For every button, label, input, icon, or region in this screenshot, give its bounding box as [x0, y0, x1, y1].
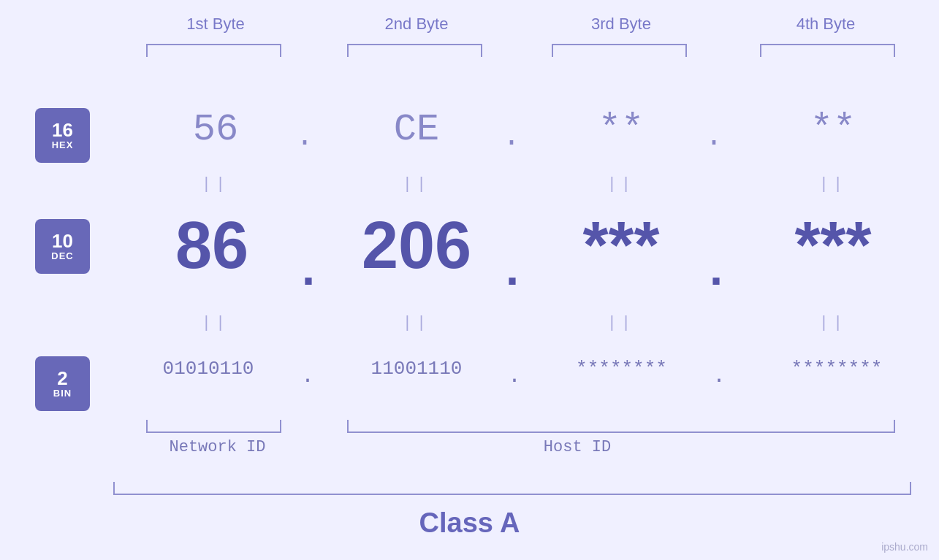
main-layout: 1st Byte 2nd Byte 3rd Byte 4th Byte 16 H… [0, 0, 939, 560]
dec-dot2: . [506, 241, 519, 296]
bin-dot1: . [301, 364, 314, 388]
hex-badge-name: HEX [52, 139, 74, 150]
bin-dot2: . [508, 364, 521, 388]
sep1-byte3: || [548, 175, 694, 193]
outer-bracket [113, 482, 911, 495]
dec-badge: 10 DEC [35, 219, 90, 274]
top-bracket-byte4 [760, 44, 895, 57]
sep1-byte2: || [343, 175, 490, 193]
top-bracket-byte3 [552, 44, 687, 57]
sep2-byte1: || [142, 314, 289, 332]
bin-byte4: ******** [749, 358, 924, 380]
host-id-label: Host ID [497, 438, 658, 456]
sep2-byte3: || [548, 314, 694, 332]
hex-byte2: CE [343, 108, 490, 151]
bin-badge-name: BIN [53, 388, 72, 399]
bin-badge-number: 2 [57, 369, 67, 388]
dec-dot3: . [710, 241, 723, 296]
sep2-byte4: || [760, 314, 906, 332]
top-bracket-byte2 [347, 44, 482, 57]
byte1-label: 1st Byte [142, 15, 289, 34]
bin-byte3: ******** [539, 358, 704, 380]
hex-dot2: . [503, 120, 520, 153]
dec-byte3: *** [541, 208, 702, 283]
dec-badge-number: 10 [52, 231, 73, 250]
hex-badge-number: 16 [52, 120, 73, 139]
network-id-label: Network ID [153, 438, 281, 456]
byte2-label: 2nd Byte [343, 15, 490, 34]
bottom-bracket-network [146, 420, 281, 433]
dec-byte2: 206 [332, 208, 501, 283]
hex-badge: 16 HEX [35, 108, 90, 163]
bin-badge: 2 BIN [35, 356, 90, 411]
hex-dot1: . [296, 120, 313, 153]
bin-byte2: 11001110 [329, 358, 504, 380]
dec-byte1: 86 [128, 208, 296, 283]
dec-badge-name: DEC [51, 250, 73, 261]
byte4-label: 4th Byte [753, 15, 899, 34]
sep2-byte2: || [343, 314, 490, 332]
bottom-bracket-host [347, 420, 895, 433]
watermark: ipshu.com [881, 541, 928, 553]
dec-dot1: . [302, 241, 315, 296]
top-bracket-byte1 [146, 44, 281, 57]
hex-byte4: ** [760, 108, 906, 151]
hex-dot3: . [705, 120, 723, 153]
sep1-byte1: || [142, 175, 289, 193]
bin-dot3: . [712, 364, 726, 388]
dec-byte4: *** [753, 208, 913, 283]
class-label: Class A [0, 507, 939, 539]
byte3-label: 3rd Byte [548, 15, 694, 34]
sep1-byte4: || [760, 175, 906, 193]
hex-byte3: ** [548, 108, 694, 151]
hex-byte1: 56 [142, 108, 289, 151]
bin-byte1: 01010110 [121, 358, 296, 380]
